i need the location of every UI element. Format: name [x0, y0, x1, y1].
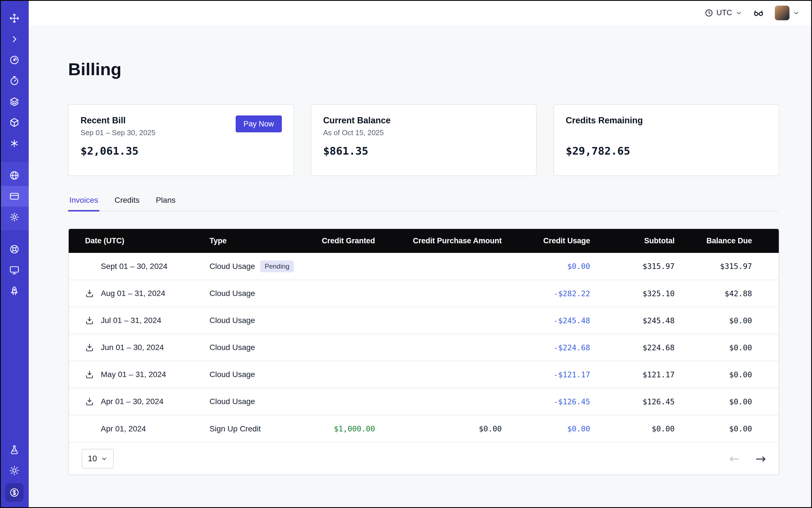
lifebuoy-icon[interactable] — [0, 239, 29, 260]
prev-page-button[interactable]: ← — [729, 453, 740, 465]
subtotal: $126.45 — [604, 388, 688, 415]
next-page-button[interactable]: → — [756, 453, 766, 465]
invoice-date: Apr 01, 2024 — [101, 424, 146, 433]
flask-icon[interactable] — [9, 439, 19, 460]
chevron-down-icon — [101, 455, 108, 462]
credit-granted: $1,000.00 — [313, 415, 389, 442]
tab-credits[interactable]: Credits — [114, 196, 141, 211]
chevron-down-icon — [735, 9, 742, 16]
col-credit-usage: Credit Usage — [515, 229, 604, 253]
invoice-date: Jul 01 – 31, 2024 — [101, 316, 161, 325]
balance-due: $0.00 — [688, 361, 779, 388]
credit-purchase — [389, 388, 515, 415]
gear-icon[interactable] — [0, 207, 29, 227]
avatar — [775, 6, 789, 20]
credit-purchase — [389, 361, 515, 388]
topbar: UTC — [29, 0, 812, 26]
invoice-date: Sept 01 – 30, 2024 — [101, 262, 168, 271]
credits-remaining-card: Credits Remaining $29,782.65 — [553, 104, 779, 176]
asterisk-icon[interactable] — [0, 133, 29, 154]
credit-granted — [313, 361, 389, 388]
col-balance-due: Balance Due — [688, 229, 779, 253]
user-menu[interactable] — [775, 6, 800, 20]
invoice-type: Cloud Usage — [210, 262, 255, 271]
subtotal: $0.00 — [604, 415, 688, 442]
current-balance-amount: $861.35 — [323, 145, 524, 157]
subtotal: $121.17 — [604, 361, 688, 388]
balance-due: $0.00 — [688, 307, 779, 334]
chevron-down-icon — [793, 9, 800, 16]
package-icon[interactable] — [0, 112, 29, 133]
invoice-date: Jun 01 – 30, 2024 — [101, 343, 164, 352]
invoice-date: Aug 01 – 31, 2024 — [101, 289, 165, 298]
sidebar-item-billing[interactable] — [0, 186, 29, 207]
glasses-icon[interactable] — [753, 7, 764, 18]
monitor-icon[interactable] — [0, 260, 29, 281]
col-credit-purchase-amount: Credit Purchase Amount — [389, 229, 515, 253]
credit-usage: $0.00 — [515, 415, 604, 442]
table-row: Jul 01 – 31, 2024 Cloud Usage -$245.48 $… — [69, 307, 779, 334]
credit-granted — [313, 253, 389, 280]
layers-icon[interactable] — [0, 91, 29, 112]
balance-due: $42.88 — [688, 280, 779, 307]
radar-icon[interactable] — [0, 50, 29, 71]
card-title: Credits Remaining — [566, 116, 643, 126]
pay-now-button[interactable]: Pay Now — [236, 116, 282, 132]
table-row: Sept 01 – 30, 2024 Cloud UsagePending $0… — [69, 253, 779, 280]
download-icon[interactable] — [85, 289, 94, 298]
download-icon[interactable] — [85, 316, 94, 325]
summary-cards: Recent Bill Sep 01 – Sep 30, 2025 Pay No… — [68, 104, 779, 176]
rocket-icon[interactable] — [0, 281, 29, 301]
timezone-label: UTC — [717, 8, 732, 17]
recent-bill-card: Recent Bill Sep 01 – Sep 30, 2025 Pay No… — [68, 104, 294, 176]
billing-tabs: Invoices Credits Plans — [68, 196, 779, 211]
tab-plans[interactable]: Plans — [155, 196, 176, 211]
credits-button[interactable] — [5, 483, 24, 502]
subtotal: $325.10 — [604, 280, 688, 307]
dollar-circle-icon — [9, 488, 19, 498]
credit-purchase — [389, 280, 515, 307]
timezone-selector[interactable]: UTC — [705, 8, 742, 17]
col-type: Type — [204, 229, 313, 253]
download-icon[interactable] — [85, 370, 94, 379]
invoices-table: Date (UTC) Type Credit Granted Credit Pu… — [68, 228, 779, 475]
credits-remaining-amount: $29,782.65 — [566, 145, 767, 157]
credit-usage: -$126.45 — [515, 388, 604, 415]
table-row: Aug 01 – 31, 2024 Cloud Usage -$282.22 $… — [69, 280, 779, 307]
credit-granted — [313, 280, 389, 307]
card-title: Current Balance — [323, 116, 390, 126]
table-row: Jun 01 – 30, 2024 Cloud Usage -$224.68 $… — [69, 334, 779, 361]
credit-purchase — [389, 253, 515, 280]
table-row: Apr 01 – 30, 2024 Cloud Usage -$126.45 $… — [69, 388, 779, 415]
page-size-select[interactable]: 10 — [82, 449, 114, 469]
credit-usage: -$121.17 — [515, 361, 604, 388]
logo-icon[interactable] — [0, 8, 29, 29]
card-subtitle: As of Oct 15, 2025 — [323, 128, 390, 137]
invoice-type: Cloud Usage — [204, 361, 313, 388]
invoice-date: Apr 01 – 30, 2024 — [101, 397, 164, 406]
col-credit-granted: Credit Granted — [313, 229, 389, 253]
credit-granted — [313, 334, 389, 361]
current-balance-card: Current Balance As of Oct 15, 2025 $861.… — [311, 104, 537, 176]
col-date: Date (UTC) — [69, 229, 204, 253]
clock-icon — [705, 9, 713, 17]
subtotal: $315.97 — [604, 253, 688, 280]
table-footer: 10 ← → — [69, 442, 779, 474]
sidebar-tools-group — [0, 239, 29, 301]
subtotal: $245.48 — [604, 307, 688, 334]
credit-granted — [313, 388, 389, 415]
sun-icon[interactable] — [9, 460, 19, 481]
invoice-type: Cloud Usage — [204, 280, 313, 307]
collapse-chevron-icon[interactable] — [0, 29, 29, 50]
tab-invoices[interactable]: Invoices — [68, 196, 99, 211]
credit-usage: -$282.22 — [515, 280, 604, 307]
download-icon[interactable] — [85, 397, 94, 406]
credit-usage: -$224.68 — [515, 334, 604, 361]
credit-purchase — [389, 334, 515, 361]
balance-due: $0.00 — [688, 334, 779, 361]
timer-icon[interactable] — [0, 71, 29, 91]
download-icon[interactable] — [85, 343, 94, 352]
page-size-value: 10 — [88, 454, 97, 463]
table-header-row: Date (UTC) Type Credit Granted Credit Pu… — [69, 229, 779, 253]
globe-icon[interactable] — [0, 165, 29, 186]
